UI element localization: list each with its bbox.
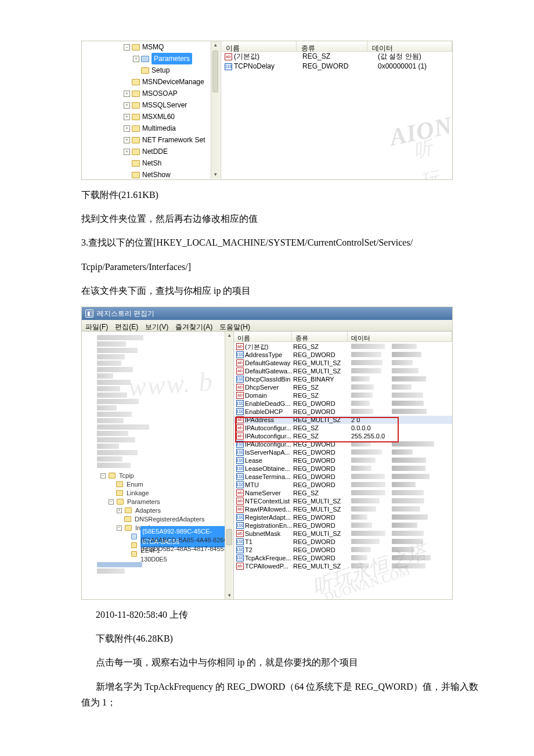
tree-pane-2: www. b −TcpipEnumLinkage−Parameters+Adap… (82, 332, 234, 600)
value-pane-2: 이름 종류 데이터 ab(기본값)REG_SZ110AddressTypeREG… (234, 332, 452, 600)
expand-icon[interactable]: − (124, 44, 130, 51)
menubar[interactable]: 파일(F) 편집(E) 보기(V) 즐겨찾기(A) 도움말(H) (82, 320, 452, 332)
col-data[interactable]: 데이터 (348, 332, 452, 341)
folder-icon (116, 490, 123, 496)
folder-icon (116, 481, 123, 487)
instruction-text: Tcpip/Parameters/Interfaces/] (81, 259, 482, 275)
menu-view[interactable]: 보기(V) (145, 321, 168, 330)
tree-item[interactable]: +MSOSOAP (82, 88, 221, 99)
folder-icon (132, 160, 140, 167)
folder-icon (132, 44, 140, 51)
tree-pane: −MSMQ+ParametersSetupMSNDeviceManage+MSO… (82, 41, 221, 179)
instruction-text: 新增名字为 TcpAckFrequency 的 REG_DWORD（64 位系统… (81, 679, 482, 710)
instruction-text: 找到文件夹位置，然后再右边修改相应的值 (81, 211, 482, 226)
expand-icon[interactable]: + (124, 102, 130, 109)
tree-item[interactable]: NetShow (82, 169, 221, 180)
expand-icon[interactable]: + (124, 91, 130, 97)
folder-icon (132, 91, 140, 97)
window-titlebar[interactable]: ◧ 레지스트리 편집기 (82, 307, 452, 320)
watermark-cn: 听玩永恒之塔 (410, 131, 453, 180)
folder-icon (132, 102, 140, 109)
value-pane: 이름 종류 데이터 ab(기본값)REG_SZ(값 설정 안됨)110TCPNo… (221, 41, 452, 179)
instruction-text: 在该文件夹下面，查找与你相应 ip 的项目 (81, 283, 482, 298)
menu-fav[interactable]: 즐겨찾기(A) (175, 321, 212, 330)
tree-item[interactable]: MSNDeviceManage (82, 76, 221, 88)
folder-icon (131, 551, 137, 557)
menu-file[interactable]: 파일(F) (85, 321, 108, 330)
expand-icon[interactable]: − (117, 525, 122, 531)
scroll-up-icon[interactable]: ▴ (211, 41, 219, 49)
tree-item[interactable]: +NetDDE (82, 146, 221, 157)
folder-icon (109, 473, 116, 478)
tree-item[interactable]: {F08DD5B2-48A5-4817-8455-130D0E5 (84, 550, 231, 559)
folder-icon (125, 507, 132, 513)
tree-item[interactable]: +Parameters (82, 53, 221, 64)
menu-edit[interactable]: 편집(E) (115, 321, 138, 330)
scroll-down-icon[interactable]: ▾ (225, 592, 233, 600)
folder-icon (124, 516, 131, 522)
folder-icon (132, 172, 140, 178)
caption-attachment-1: 下载附件(21.61KB) (81, 187, 482, 203)
column-header: 이름 종류 데이터 (221, 41, 452, 52)
expand-icon[interactable]: + (124, 149, 130, 155)
scroll-thumb[interactable] (212, 51, 218, 92)
tree-item[interactable]: +MSSQLServer (82, 99, 221, 111)
col-data[interactable]: 데이터 (367, 41, 452, 51)
scroll-thumb[interactable] (226, 529, 232, 545)
column-header-2: 이름 종류 데이터 (234, 332, 452, 342)
registry-screenshot-1: −MSMQ+ParametersSetupMSNDeviceManage+MSO… (81, 41, 453, 180)
dword-icon: 110 (225, 63, 232, 70)
col-name[interactable]: 이름 (234, 332, 292, 341)
instruction-text: 点击每一项，观察右边中与你相同 ip 的，就是你要找的那个项目 (96, 654, 482, 670)
registry-value-row[interactable]: 110TCPNoDelayREG_DWORD0x00000001 (1) (221, 62, 452, 71)
col-name[interactable]: 이름 (221, 41, 297, 51)
app-icon: ◧ (85, 309, 93, 318)
watermark-big: AION (386, 105, 453, 158)
scroll-up-icon[interactable]: ▴ (225, 332, 233, 340)
folder-icon (131, 534, 137, 539)
registry-screenshot-2: ◧ 레지스트리 편집기 파일(F) 편집(E) 보기(V) 즐겨찾기(A) 도움… (81, 307, 453, 600)
timestamp: 2010-11-820:58:40 上传 (96, 607, 482, 622)
tree-item[interactable]: +MSXML60 (82, 111, 221, 123)
folder-icon (132, 125, 140, 132)
folder-icon (117, 499, 124, 505)
tree-item[interactable]: Setup (82, 64, 221, 76)
folder-icon (132, 149, 140, 155)
col-type[interactable]: 종류 (297, 41, 367, 51)
folder-icon (132, 137, 140, 143)
string-icon: ab (236, 563, 244, 570)
window-title: 레지스트리 편집기 (97, 308, 154, 319)
string-icon: ab (225, 53, 232, 60)
folder-icon (131, 542, 137, 548)
folder-icon (125, 525, 132, 531)
folder-icon (132, 114, 140, 120)
folder-icon (141, 67, 149, 74)
folder-icon (132, 79, 140, 85)
instruction-text: 3.查找以下的位置[HKEY_LOCAL_MACHINE/SYSTEM/Curr… (81, 235, 482, 250)
col-type[interactable]: 종류 (292, 332, 348, 341)
tree-item[interactable]: +NET Framework Set (82, 134, 221, 146)
expand-icon[interactable]: + (124, 125, 130, 132)
expand-icon[interactable]: + (124, 137, 130, 143)
menu-help[interactable]: 도움말(H) (219, 321, 250, 330)
expand-icon[interactable]: + (133, 56, 139, 62)
scroll-down-icon[interactable]: ▾ (211, 171, 219, 179)
expand-icon[interactable]: − (109, 499, 114, 505)
tree-item[interactable]: −MSMQ (82, 41, 221, 53)
expand-icon[interactable]: − (100, 473, 106, 478)
tree-item[interactable]: Enum (84, 480, 231, 489)
expand-icon[interactable]: + (117, 508, 122, 513)
tree2-scrollbar[interactable]: ▴ ▾ (225, 332, 233, 600)
tree-item[interactable]: +Multimedia (82, 123, 221, 134)
tree-item[interactable]: −Tcpip (84, 471, 231, 480)
folder-icon (141, 56, 149, 62)
tree-item[interactable]: NetSh (82, 157, 221, 169)
registry-value-row[interactable]: abTCPAllowedP...REG_MULTI_SZ (234, 562, 452, 570)
expand-icon[interactable]: + (124, 114, 130, 120)
caption-attachment-2: 下载附件(46.28KB) (96, 631, 482, 646)
tree-scrollbar[interactable]: ▴ ▾ (211, 41, 220, 179)
